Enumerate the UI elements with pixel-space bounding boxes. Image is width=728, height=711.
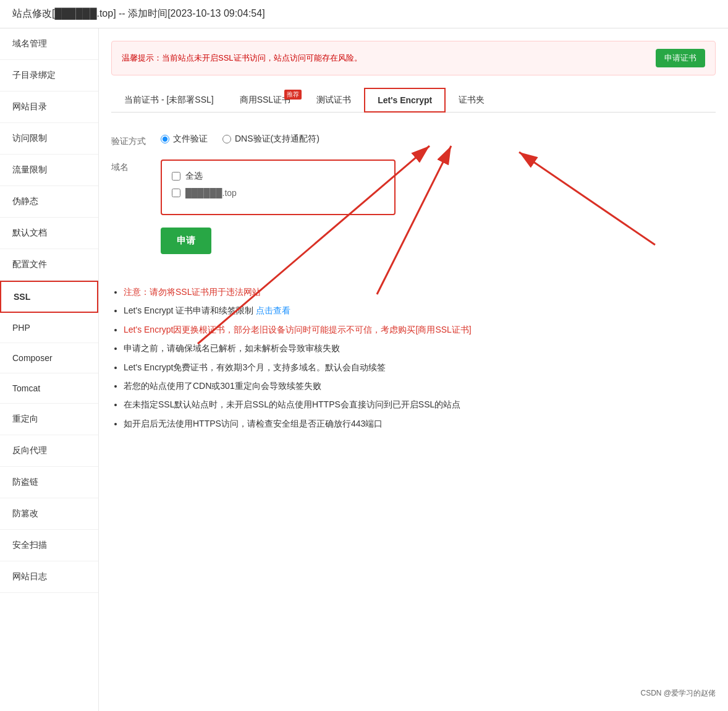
page-title: 站点修改[██████.top] -- 添加时间[2023-10-13 09:0… [12, 8, 265, 19]
check-all-item[interactable]: 全选 [172, 171, 384, 182]
tab-commercial-ssl[interactable]: 商用SSL证书推荐 [227, 88, 303, 113]
note-link-1[interactable]: 点击查看 [256, 305, 290, 315]
radio-dns-label: DNS验证(支持通配符) [235, 134, 320, 145]
note-item-1: Let's Encrypt 证书申请和续签限制 点击查看 [124, 304, 716, 317]
sidebar-item-tamper-proof[interactable]: 防篡改 [0, 498, 98, 530]
check-all-label: 全选 [185, 171, 203, 182]
radio-dns-input[interactable] [222, 135, 231, 143]
radio-file-verify[interactable]: 文件验证 [161, 134, 208, 145]
sidebar-item-security-scan[interactable]: 安全扫描 [0, 530, 98, 561]
page-header: 站点修改[██████.top] -- 添加时间[2023-10-13 09:0… [0, 0, 728, 28]
tab-lets-encrypt[interactable]: Let's Encrypt [364, 88, 446, 113]
warning-banner: 温馨提示：当前站点未开启SSL证书访问，站点访问可能存在风险。 申请证书 [111, 41, 716, 75]
note-item-4: Let's Encrypt免费证书，有效期3个月，支持多域名。默认会自动续签 [124, 360, 716, 374]
note-text-4: Let's Encrypt免费证书，有效期3个月，支持多域名。默认会自动续签 [124, 362, 386, 372]
sidebar-item-subdir-bind[interactable]: 子目录绑定 [0, 60, 98, 92]
apply-cert-button[interactable]: 申请证书 [656, 49, 705, 67]
domain-checkbox-input[interactable] [172, 189, 180, 197]
note-text-2: Let's Encrypt因更换根证书，部分老旧设备访问时可能提示不可信，考虑购… [124, 325, 416, 334]
sidebar-item-pseudo-static[interactable]: 伪静态 [0, 186, 98, 218]
sidebar-item-ssl[interactable]: SSL [0, 281, 98, 313]
warning-text: 温馨提示：当前站点未开启SSL证书访问，站点访问可能存在风险。 [122, 53, 362, 64]
radio-file-label: 文件验证 [173, 134, 208, 145]
tab-cert-folder[interactable]: 证书夹 [446, 88, 497, 113]
note-text-1: Let's Encrypt 证书申请和续签限制 [124, 305, 256, 315]
domain-label: 域名 [111, 160, 161, 173]
notes-section: 注意：请勿将SSL证书用于违法网站Let's Encrypt 证书申请和续签限制… [111, 285, 716, 430]
sidebar-item-website-dir[interactable]: 网站目录 [0, 92, 98, 123]
sidebar-item-access-limit[interactable]: 访问限制 [0, 123, 98, 155]
sidebar-item-tomcat[interactable]: Tomcat [0, 373, 98, 404]
tab-current-cert[interactable]: 当前证书 - [未部署SSL] [111, 88, 227, 113]
sidebar-item-flow-limit[interactable]: 流量限制 [0, 155, 98, 186]
tab-badge-commercial-ssl: 推荐 [284, 90, 302, 100]
domain-section: 全选 ██████.top [161, 160, 716, 215]
sidebar-item-reverse-proxy[interactable]: 反向代理 [0, 435, 98, 467]
sidebar: 域名管理子目录绑定网站目录访问限制流量限制伪静态默认文档配置文件SSLPHPCo… [0, 28, 99, 711]
sidebar-item-default-doc[interactable]: 默认文档 [0, 218, 98, 249]
note-text-3: 申请之前，请确保域名已解析，如未解析会导致审核失败 [124, 343, 340, 353]
tabs-container: 当前证书 - [未部署SSL]商用SSL证书推荐测试证书Let's Encryp… [111, 88, 716, 113]
note-text-5: 若您的站点使用了CDN或301重定向会导致续签失败 [124, 381, 321, 391]
main-content: 温馨提示：当前站点未开启SSL证书访问，站点访问可能存在风险。 申请证书 当前证… [99, 28, 728, 711]
sidebar-item-redirect[interactable]: 重定向 [0, 404, 98, 435]
submit-button[interactable]: 申请 [161, 228, 211, 254]
radio-dns-verify[interactable]: DNS验证(支持通配符) [222, 134, 320, 145]
note-item-2: Let's Encrypt因更换根证书，部分老旧设备访问时可能提示不可信，考虑购… [124, 323, 716, 336]
verification-label: 验证方式 [111, 134, 161, 147]
form-section: 验证方式 文件验证 DNS验证(支持通配符) 域名 [111, 127, 716, 273]
note-item-7: 如开启后无法使用HTTPS访问，请检查安全组是否正确放行443端口 [124, 417, 716, 430]
radio-file-input[interactable] [161, 135, 169, 143]
tab-test-cert[interactable]: 测试证书 [303, 88, 364, 113]
note-item-3: 申请之前，请确保域名已解析，如未解析会导致审核失败 [124, 341, 716, 355]
sidebar-item-site-log[interactable]: 网站日志 [0, 561, 98, 593]
domain-row: 域名 全选 ██████.top [111, 160, 716, 215]
note-item-0: 注意：请勿将SSL证书用于违法网站 [124, 285, 716, 299]
sidebar-item-hotlink[interactable]: 防盗链 [0, 467, 98, 498]
note-item-5: 若您的站点使用了CDN或301重定向会导致续签失败 [124, 379, 716, 393]
note-link-2[interactable]: [商用SSL证书] [416, 325, 472, 334]
check-all-input[interactable] [172, 172, 180, 181]
verification-row: 验证方式 文件验证 DNS验证(支持通配符) [111, 134, 716, 147]
domain-value: ██████.top [185, 188, 237, 198]
domain-item[interactable]: ██████.top [172, 188, 384, 198]
watermark: CSDN @爱学习的赵佬 [640, 688, 716, 699]
submit-row: 申请 [111, 228, 716, 254]
sidebar-item-domain-mgmt[interactable]: 域名管理 [0, 28, 98, 60]
notes-list: 注意：请勿将SSL证书用于违法网站Let's Encrypt 证书申请和续签限制… [111, 285, 716, 430]
verification-options: 文件验证 DNS验证(支持通配符) [161, 134, 716, 145]
note-text-0: 注意：请勿将SSL证书用于违法网站 [124, 287, 261, 297]
note-item-6: 在未指定SSL默认站点时，未开启SSL的站点使用HTTPS会直接访问到已开启SS… [124, 398, 716, 411]
domain-box: 全选 ██████.top [161, 160, 396, 215]
sidebar-item-composer[interactable]: Composer [0, 343, 98, 373]
note-text-7: 如开启后无法使用HTTPS访问，请检查安全组是否正确放行443端口 [124, 419, 383, 428]
sidebar-item-php[interactable]: PHP [0, 313, 98, 343]
sidebar-item-config-file[interactable]: 配置文件 [0, 249, 98, 281]
note-text-6: 在未指定SSL默认站点时，未开启SSL的站点使用HTTPS会直接访问到已开启SS… [124, 399, 460, 409]
